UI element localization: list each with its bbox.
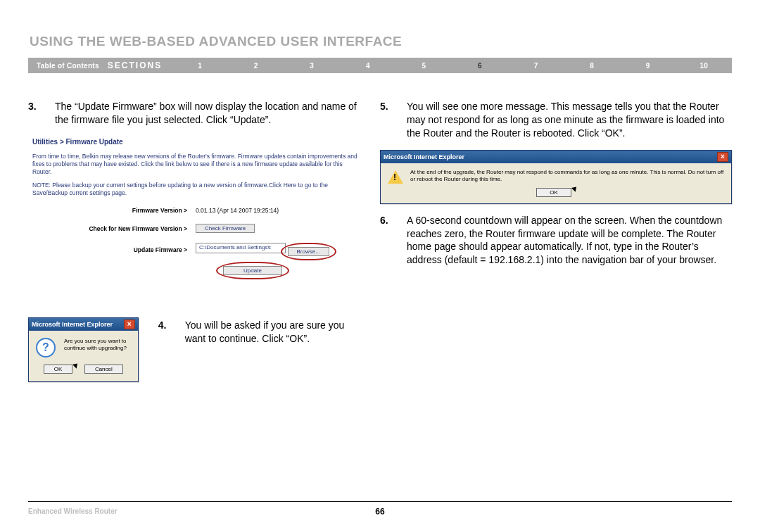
page-heading: USING THE WEB-BASED ADVANCED USER INTERF… <box>30 34 732 49</box>
check-firmware-button[interactable]: Check Firmware <box>196 224 255 233</box>
dialog-message: At the end of the upgrade, the Router ma… <box>410 169 724 183</box>
dialog-title: Microsoft Internet Explorer <box>32 321 113 328</box>
sections-label: SECTIONS <box>108 61 172 70</box>
step-text: The “Update Firmware” box will now displ… <box>55 100 360 127</box>
section-link-2[interactable]: 2 <box>228 62 284 70</box>
step-number: 4. <box>158 319 185 346</box>
firmware-update-panel: Utilities > Firmware Update From time to… <box>32 138 360 275</box>
step-4: 4. You will be asked if you are sure you… <box>158 319 360 346</box>
question-icon: ? <box>36 338 56 357</box>
section-link-1[interactable]: 1 <box>172 62 228 70</box>
ok-button[interactable]: OK <box>44 365 73 374</box>
panel-note: NOTE: Please backup your current setting… <box>32 182 360 197</box>
right-column: 5. You will see one more message. This m… <box>380 100 732 382</box>
section-link-10[interactable]: 10 <box>676 62 732 70</box>
check-firmware-label: Check for New Firmware Version > <box>32 225 196 232</box>
breadcrumb: Utilities > Firmware Update <box>32 138 360 146</box>
toc-link[interactable]: Table of Contents <box>28 62 108 70</box>
dialog-message: Are you sure you want to continue with u… <box>64 338 131 352</box>
step-number: 6. <box>380 214 407 267</box>
ok-button[interactable]: OK <box>536 188 571 197</box>
page-footer: Enhanced Wireless Router 66 <box>28 501 732 515</box>
dialog-title: Microsoft Internet Explorer <box>384 153 464 160</box>
panel-description: From time to time, Belkin may release ne… <box>32 153 360 176</box>
section-nav: Table of Contents SECTIONS 1 2 3 4 5 6 7… <box>28 58 732 73</box>
section-link-9[interactable]: 9 <box>620 62 676 70</box>
browse-button[interactable]: Browse... <box>288 247 329 256</box>
firmware-version-label: Firmware Version > <box>32 207 196 214</box>
warning-icon <box>388 170 403 184</box>
section-link-8[interactable]: 8 <box>564 62 620 70</box>
cursor-icon <box>72 365 80 374</box>
step-6: 6. A 60-second countdown will appear on … <box>380 214 732 267</box>
step-text: You will be asked if you are sure you wa… <box>185 319 360 346</box>
upgrade-warning-dialog: Microsoft Internet Explorer × At the end… <box>380 150 732 204</box>
section-link-5[interactable]: 5 <box>395 62 452 70</box>
section-link-6[interactable]: 6 <box>452 62 508 70</box>
update-firmware-label: Update Firmware > <box>32 246 196 253</box>
cursor-icon <box>571 188 578 198</box>
section-link-4[interactable]: 4 <box>340 62 396 70</box>
step-text: You will see one more message. This mess… <box>407 100 732 140</box>
step-number: 5. <box>380 100 407 140</box>
page-number: 66 <box>375 507 384 517</box>
section-link-7[interactable]: 7 <box>508 62 564 70</box>
step-number: 3. <box>28 100 55 127</box>
step-text: A 60-second countdown will appear on the… <box>407 214 732 267</box>
left-column: 3. The “Update Firmware” box will now di… <box>28 100 360 382</box>
update-button[interactable]: Update <box>223 266 282 275</box>
section-link-3[interactable]: 3 <box>284 62 340 70</box>
close-icon[interactable]: × <box>717 152 728 162</box>
close-icon[interactable]: × <box>124 319 135 329</box>
firmware-path-input[interactable]: C:\Documents and Settings\t <box>196 243 286 253</box>
product-name: Enhanced Wireless Router <box>28 507 118 515</box>
firmware-version-value: 0.01.13 (Apr 14 2007 19:25:14) <box>196 207 279 214</box>
step-5: 5. You will see one more message. This m… <box>380 100 732 140</box>
cancel-button[interactable]: Cancel <box>84 365 123 374</box>
step-3: 3. The “Update Firmware” box will now di… <box>28 100 360 127</box>
confirm-upgrade-dialog: Microsoft Internet Explorer × ? Are you … <box>28 317 139 382</box>
